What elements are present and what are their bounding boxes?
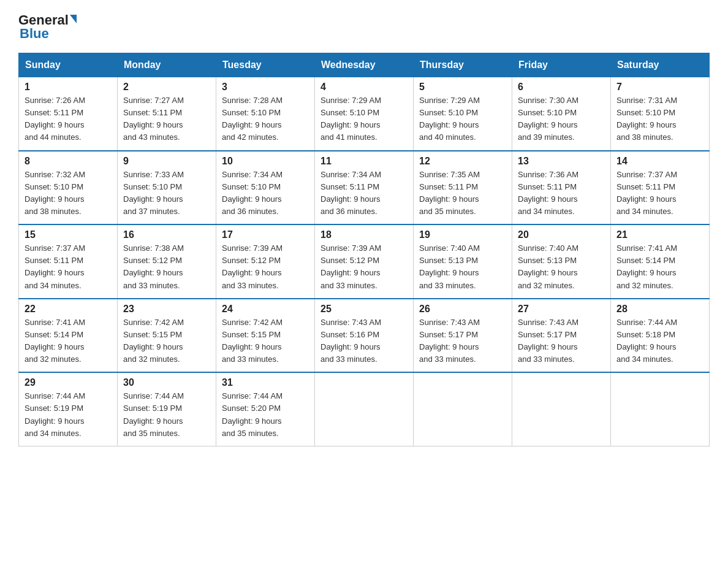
calendar-cell: 23 Sunrise: 7:42 AMSunset: 5:15 PMDaylig… xyxy=(118,299,216,373)
calendar-cell: 30 Sunrise: 7:44 AMSunset: 5:19 PMDaylig… xyxy=(118,372,216,446)
day-info: Sunrise: 7:43 AMSunset: 5:16 PMDaylight:… xyxy=(320,318,381,364)
calendar-cell: 26 Sunrise: 7:43 AMSunset: 5:17 PMDaylig… xyxy=(414,299,512,373)
calendar-cell: 19 Sunrise: 7:40 AMSunset: 5:13 PMDaylig… xyxy=(414,224,512,299)
day-info: Sunrise: 7:43 AMSunset: 5:17 PMDaylight:… xyxy=(419,318,480,364)
calendar-week-row: 15 Sunrise: 7:37 AMSunset: 5:11 PMDaylig… xyxy=(19,224,710,299)
day-info: Sunrise: 7:40 AMSunset: 5:13 PMDaylight:… xyxy=(518,243,578,289)
day-number: 7 xyxy=(616,82,703,93)
day-info: Sunrise: 7:29 AMSunset: 5:10 PMDaylight:… xyxy=(320,96,381,142)
calendar-cell: 3 Sunrise: 7:28 AMSunset: 5:10 PMDayligh… xyxy=(216,77,315,151)
calendar-cell xyxy=(611,372,710,446)
col-header-thursday: Thursday xyxy=(414,53,512,77)
day-number: 18 xyxy=(320,229,408,240)
day-info: Sunrise: 7:39 AMSunset: 5:12 PMDaylight:… xyxy=(320,243,381,289)
day-number: 14 xyxy=(616,156,703,167)
calendar-cell: 12 Sunrise: 7:35 AMSunset: 5:11 PMDaylig… xyxy=(414,151,512,225)
day-number: 11 xyxy=(320,156,408,167)
day-number: 17 xyxy=(222,229,309,240)
day-number: 12 xyxy=(419,156,506,167)
day-info: Sunrise: 7:32 AMSunset: 5:10 PMDaylight:… xyxy=(25,170,85,216)
day-info: Sunrise: 7:40 AMSunset: 5:13 PMDaylight:… xyxy=(419,243,480,289)
day-number: 5 xyxy=(419,82,506,93)
logo: General Blue xyxy=(18,12,77,42)
calendar-cell: 24 Sunrise: 7:42 AMSunset: 5:15 PMDaylig… xyxy=(216,299,315,373)
day-info: Sunrise: 7:38 AMSunset: 5:12 PMDaylight:… xyxy=(123,243,184,289)
calendar-cell: 21 Sunrise: 7:41 AMSunset: 5:14 PMDaylig… xyxy=(611,224,710,299)
day-number: 28 xyxy=(616,304,703,315)
day-number: 29 xyxy=(25,377,112,388)
calendar-cell: 16 Sunrise: 7:38 AMSunset: 5:12 PMDaylig… xyxy=(118,224,216,299)
day-info: Sunrise: 7:35 AMSunset: 5:11 PMDaylight:… xyxy=(419,170,480,216)
calendar-cell: 8 Sunrise: 7:32 AMSunset: 5:10 PMDayligh… xyxy=(19,151,118,225)
col-header-friday: Friday xyxy=(512,53,611,77)
day-number: 3 xyxy=(222,82,309,93)
day-info: Sunrise: 7:44 AMSunset: 5:18 PMDaylight:… xyxy=(616,318,677,364)
calendar-week-row: 1 Sunrise: 7:26 AMSunset: 5:11 PMDayligh… xyxy=(19,77,710,151)
day-number: 31 xyxy=(222,377,309,388)
day-number: 16 xyxy=(123,229,210,240)
calendar-cell: 25 Sunrise: 7:43 AMSunset: 5:16 PMDaylig… xyxy=(315,299,414,373)
day-info: Sunrise: 7:41 AMSunset: 5:14 PMDaylight:… xyxy=(616,243,677,289)
day-info: Sunrise: 7:37 AMSunset: 5:11 PMDaylight:… xyxy=(25,243,85,289)
day-info: Sunrise: 7:39 AMSunset: 5:12 PMDaylight:… xyxy=(222,243,282,289)
day-info: Sunrise: 7:42 AMSunset: 5:15 PMDaylight:… xyxy=(123,318,184,364)
calendar-cell: 2 Sunrise: 7:27 AMSunset: 5:11 PMDayligh… xyxy=(118,77,216,151)
day-info: Sunrise: 7:44 AMSunset: 5:19 PMDaylight:… xyxy=(123,391,184,437)
calendar-cell: 11 Sunrise: 7:34 AMSunset: 5:11 PMDaylig… xyxy=(315,151,414,225)
col-header-tuesday: Tuesday xyxy=(216,53,315,77)
day-info: Sunrise: 7:44 AMSunset: 5:19 PMDaylight:… xyxy=(25,391,85,437)
day-info: Sunrise: 7:44 AMSunset: 5:20 PMDaylight:… xyxy=(222,391,282,437)
calendar-cell: 9 Sunrise: 7:33 AMSunset: 5:10 PMDayligh… xyxy=(118,151,216,225)
day-info: Sunrise: 7:33 AMSunset: 5:10 PMDaylight:… xyxy=(123,170,184,216)
col-header-sunday: Sunday xyxy=(19,53,118,77)
day-info: Sunrise: 7:30 AMSunset: 5:10 PMDaylight:… xyxy=(518,96,578,142)
calendar-cell xyxy=(512,372,611,446)
day-number: 25 xyxy=(320,304,408,315)
calendar-week-row: 8 Sunrise: 7:32 AMSunset: 5:10 PMDayligh… xyxy=(19,151,710,225)
day-number: 4 xyxy=(320,82,408,93)
calendar-cell: 7 Sunrise: 7:31 AMSunset: 5:10 PMDayligh… xyxy=(611,77,710,151)
day-info: Sunrise: 7:27 AMSunset: 5:11 PMDaylight:… xyxy=(123,96,184,142)
day-number: 8 xyxy=(25,156,112,167)
day-info: Sunrise: 7:31 AMSunset: 5:10 PMDaylight:… xyxy=(616,96,677,142)
day-number: 21 xyxy=(616,229,703,240)
day-info: Sunrise: 7:28 AMSunset: 5:10 PMDaylight:… xyxy=(222,96,282,142)
calendar-cell: 4 Sunrise: 7:29 AMSunset: 5:10 PMDayligh… xyxy=(315,77,414,151)
day-number: 30 xyxy=(123,377,210,388)
calendar-cell: 5 Sunrise: 7:29 AMSunset: 5:10 PMDayligh… xyxy=(414,77,512,151)
day-number: 24 xyxy=(222,304,309,315)
calendar-cell: 17 Sunrise: 7:39 AMSunset: 5:12 PMDaylig… xyxy=(216,224,315,299)
day-number: 23 xyxy=(123,304,210,315)
day-info: Sunrise: 7:29 AMSunset: 5:10 PMDaylight:… xyxy=(419,96,480,142)
calendar-cell: 18 Sunrise: 7:39 AMSunset: 5:12 PMDaylig… xyxy=(315,224,414,299)
day-number: 20 xyxy=(518,229,605,240)
day-number: 13 xyxy=(518,156,605,167)
day-number: 1 xyxy=(25,82,112,93)
calendar-cell: 15 Sunrise: 7:37 AMSunset: 5:11 PMDaylig… xyxy=(19,224,118,299)
calendar-week-row: 29 Sunrise: 7:44 AMSunset: 5:19 PMDaylig… xyxy=(19,372,710,446)
calendar-cell: 20 Sunrise: 7:40 AMSunset: 5:13 PMDaylig… xyxy=(512,224,611,299)
calendar-week-row: 22 Sunrise: 7:41 AMSunset: 5:14 PMDaylig… xyxy=(19,299,710,373)
calendar-header-row: SundayMondayTuesdayWednesdayThursdayFrid… xyxy=(19,53,710,77)
calendar-cell: 22 Sunrise: 7:41 AMSunset: 5:14 PMDaylig… xyxy=(19,299,118,373)
calendar-cell: 31 Sunrise: 7:44 AMSunset: 5:20 PMDaylig… xyxy=(216,372,315,446)
calendar-cell: 13 Sunrise: 7:36 AMSunset: 5:11 PMDaylig… xyxy=(512,151,611,225)
day-number: 22 xyxy=(25,304,112,315)
logo-blue: Blue xyxy=(18,26,49,42)
calendar-cell: 28 Sunrise: 7:44 AMSunset: 5:18 PMDaylig… xyxy=(611,299,710,373)
day-number: 6 xyxy=(518,82,605,93)
col-header-saturday: Saturday xyxy=(611,53,710,77)
calendar-table: SundayMondayTuesdayWednesdayThursdayFrid… xyxy=(18,53,710,446)
day-info: Sunrise: 7:26 AMSunset: 5:11 PMDaylight:… xyxy=(25,96,85,142)
col-header-monday: Monday xyxy=(118,53,216,77)
col-header-wednesday: Wednesday xyxy=(315,53,414,77)
calendar-cell: 6 Sunrise: 7:30 AMSunset: 5:10 PMDayligh… xyxy=(512,77,611,151)
day-info: Sunrise: 7:41 AMSunset: 5:14 PMDaylight:… xyxy=(25,318,85,364)
calendar-cell: 14 Sunrise: 7:37 AMSunset: 5:11 PMDaylig… xyxy=(611,151,710,225)
page-header: General Blue xyxy=(18,12,710,42)
day-number: 2 xyxy=(123,82,210,93)
logo-triangle-icon xyxy=(70,15,77,23)
day-number: 27 xyxy=(518,304,605,315)
calendar-cell: 29 Sunrise: 7:44 AMSunset: 5:19 PMDaylig… xyxy=(19,372,118,446)
calendar-cell xyxy=(315,372,414,446)
